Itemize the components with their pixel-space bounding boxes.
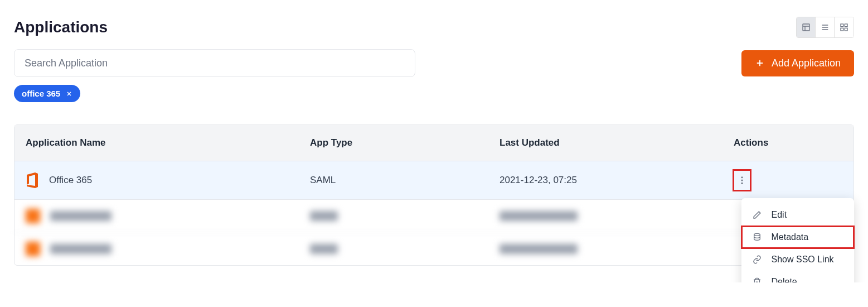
menu-metadata-label: Metadata bbox=[772, 232, 809, 242]
svg-rect-0 bbox=[803, 24, 809, 31]
search-input[interactable] bbox=[14, 49, 415, 77]
plus-icon bbox=[755, 58, 765, 68]
app-type: SAML bbox=[310, 175, 500, 186]
menu-metadata[interactable]: Metadata bbox=[741, 226, 854, 248]
trash-icon bbox=[753, 277, 762, 282]
app-name: Office 365 bbox=[49, 175, 92, 186]
col-actions: Actions bbox=[734, 137, 842, 148]
view-list-button[interactable] bbox=[816, 17, 835, 37]
view-grid-button[interactable] bbox=[835, 17, 854, 37]
menu-show-sso-label: Show SSO Link bbox=[772, 255, 834, 265]
chip-label: office 365 bbox=[22, 89, 60, 98]
col-updated: Last Updated bbox=[500, 137, 734, 148]
close-icon[interactable] bbox=[66, 90, 72, 97]
grid-icon bbox=[840, 23, 848, 32]
col-type: App Type bbox=[310, 137, 500, 148]
menu-edit-label: Edit bbox=[772, 210, 787, 220]
link-icon bbox=[753, 255, 762, 264]
row-actions-button[interactable] bbox=[734, 170, 750, 190]
table-row-blurred bbox=[14, 233, 854, 265]
svg-point-16 bbox=[741, 183, 743, 184]
more-vertical-icon bbox=[737, 175, 747, 185]
view-layout-button[interactable] bbox=[797, 17, 816, 37]
svg-rect-9 bbox=[845, 28, 847, 31]
pencil-icon bbox=[753, 210, 762, 219]
menu-edit[interactable]: Edit bbox=[741, 204, 854, 226]
actions-dropdown: Edit Metadata Show SSO Link Delete bbox=[741, 198, 854, 282]
svg-rect-6 bbox=[841, 24, 843, 27]
svg-point-17 bbox=[754, 233, 760, 236]
view-toggle-group bbox=[796, 17, 854, 38]
page-title: Applications bbox=[14, 18, 108, 36]
col-name: Application Name bbox=[26, 137, 310, 148]
svg-point-15 bbox=[741, 180, 743, 181]
layout-icon bbox=[802, 23, 811, 32]
svg-rect-7 bbox=[845, 24, 847, 27]
svg-point-14 bbox=[741, 176, 743, 178]
menu-delete-label: Delete bbox=[772, 277, 797, 282]
app-updated: 2021-12-23, 07:25 bbox=[500, 175, 734, 186]
list-icon bbox=[821, 23, 830, 32]
office365-icon bbox=[26, 172, 39, 188]
database-icon bbox=[753, 233, 762, 242]
table-row[interactable]: Office 365 SAML 2021-12-23, 07:25 Edit M… bbox=[14, 161, 854, 200]
filter-chip[interactable]: office 365 bbox=[14, 85, 80, 102]
table-row-blurred bbox=[14, 200, 854, 233]
add-button-label: Add Application bbox=[772, 57, 841, 69]
add-application-button[interactable]: Add Application bbox=[741, 50, 854, 76]
svg-rect-8 bbox=[841, 28, 843, 31]
menu-show-sso[interactable]: Show SSO Link bbox=[741, 248, 854, 271]
table-header: Application Name App Type Last Updated A… bbox=[14, 125, 854, 161]
applications-table: Application Name App Type Last Updated A… bbox=[14, 124, 854, 266]
menu-delete[interactable]: Delete bbox=[741, 271, 854, 282]
